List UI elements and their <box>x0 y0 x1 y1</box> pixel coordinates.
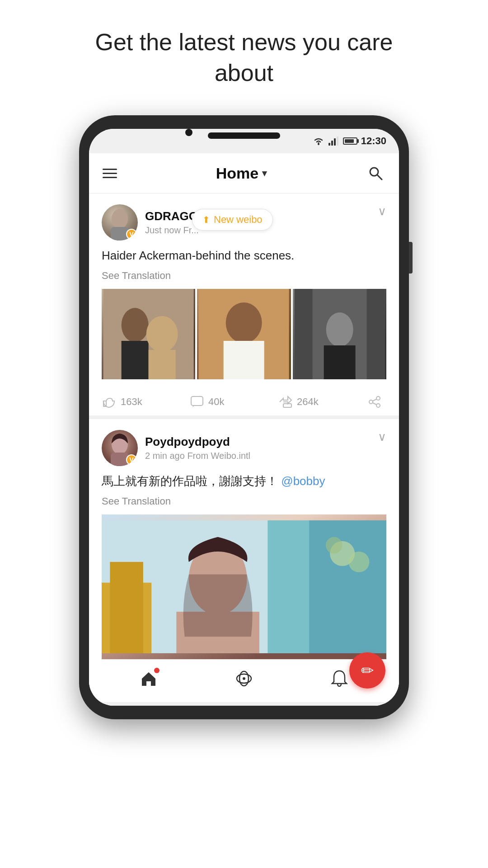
share-button-1[interactable] <box>367 396 386 408</box>
compose-icon: ✏ <box>361 661 374 679</box>
svg-rect-18 <box>294 289 312 379</box>
post-1-image-2[interactable] <box>197 289 291 379</box>
svg-point-39 <box>326 537 343 554</box>
page-headline: Get the latest news you care about <box>63 27 425 88</box>
svg-rect-22 <box>191 396 203 406</box>
repost-button-1[interactable]: 264k <box>279 396 367 408</box>
battery-icon <box>343 137 357 145</box>
svg-point-0 <box>318 143 319 145</box>
status-bar: 12:30 <box>89 129 399 153</box>
post-1-image-3[interactable] <box>293 289 386 379</box>
svg-point-43 <box>243 677 245 680</box>
search-button[interactable] <box>366 163 385 183</box>
like-button-1[interactable]: 163k <box>102 396 190 408</box>
explore-icon <box>234 669 254 689</box>
new-weibo-text: New weibo <box>214 214 263 226</box>
comment-count-1: 40k <box>208 396 224 408</box>
nav-dropdown-arrow: ▾ <box>262 168 267 179</box>
post-1-img1-content <box>102 289 195 379</box>
post-2-user: V Poydpoydpoyd 2 min ago From Weibo.intl <box>102 430 250 466</box>
svg-rect-21 <box>324 345 355 379</box>
svg-rect-35 <box>110 562 143 653</box>
post-1-header: V GDRAGON Just now Fr... ⬆ New weibo <box>102 204 386 241</box>
post-2-image[interactable] <box>102 514 386 659</box>
like-count-1: 163k <box>121 396 142 408</box>
svg-rect-33 <box>309 520 386 653</box>
post-2-meta: 2 min ago From Weibo.intl <box>145 451 250 461</box>
svg-rect-3 <box>334 138 336 146</box>
wifi-icon <box>312 137 325 146</box>
post-2-user-info: Poydpoydpoyd 2 min ago From Weibo.intl <box>145 435 250 461</box>
repost-count-1: 264k <box>297 396 319 408</box>
post-1-user: V GDRAGON Just now Fr... <box>102 204 206 241</box>
search-icon <box>367 165 384 181</box>
post-2-see-translation[interactable]: See Translation <box>102 495 386 507</box>
nav-title-label: Home <box>216 165 258 182</box>
nav-home[interactable] <box>140 670 158 688</box>
feed: V GDRAGON Just now Fr... ⬆ New weibo <box>89 193 399 706</box>
post-1-image-1[interactable] <box>102 289 195 379</box>
post-1-img2-content <box>197 289 291 379</box>
verified-badge-1: V <box>126 229 137 240</box>
post-2-content: 馬上就有新的作品啦，謝謝支持！ @bobby <box>102 472 386 490</box>
post-2-mention[interactable]: @bobby <box>281 474 325 488</box>
post-1-content: Haider Ackerman-behind the scenes. <box>102 247 386 264</box>
post-2-chevron[interactable]: ∨ <box>378 430 386 444</box>
post-1: V GDRAGON Just now Fr... ⬆ New weibo <box>89 193 399 419</box>
menu-button[interactable] <box>103 169 117 178</box>
top-nav: Home ▾ <box>89 153 399 193</box>
svg-line-28 <box>373 403 376 405</box>
comment-button-1[interactable]: 40k <box>190 396 279 408</box>
new-weibo-arrow-icon: ⬆ <box>202 214 210 225</box>
svg-line-6 <box>377 175 382 179</box>
svg-point-25 <box>376 404 380 407</box>
svg-point-26 <box>369 400 373 404</box>
nav-title[interactable]: Home ▾ <box>216 165 267 182</box>
svg-rect-11 <box>122 341 149 379</box>
svg-point-10 <box>122 308 149 342</box>
svg-rect-16 <box>224 341 264 379</box>
svg-rect-19 <box>366 289 385 379</box>
svg-rect-4 <box>337 137 338 146</box>
svg-point-12 <box>146 316 178 352</box>
signal-icon <box>328 137 339 146</box>
post-1-see-translation[interactable]: See Translation <box>102 270 386 282</box>
bottom-nav <box>102 659 386 702</box>
post-2: V Poydpoydpoyd 2 min ago From Weibo.intl… <box>89 419 399 706</box>
post-1-img3-content <box>293 289 386 379</box>
comment-icon <box>190 396 204 408</box>
status-time: 12:30 <box>361 135 386 147</box>
status-icons: 12:30 <box>312 135 386 147</box>
phone-shell: 12:30 Home ▾ <box>79 115 409 719</box>
verified-badge-2: V <box>126 454 137 465</box>
post-2-username: Poydpoydpoyd <box>145 435 250 449</box>
notifications-icon <box>330 669 348 688</box>
svg-rect-1 <box>328 143 330 146</box>
home-notification-dot <box>154 668 160 673</box>
repost-icon <box>279 396 292 408</box>
nav-notifications[interactable] <box>330 669 348 688</box>
post-2-header: V Poydpoydpoyd 2 min ago From Weibo.intl… <box>102 430 386 466</box>
post-1-avatar: V <box>102 204 138 241</box>
share-icon <box>367 396 382 408</box>
compose-fab[interactable]: ✏ <box>349 652 385 689</box>
screen: 12:30 Home ▾ <box>89 129 399 706</box>
post-2-content-text: 馬上就有新的作品啦，謝謝支持！ <box>102 474 278 488</box>
svg-point-15 <box>226 302 262 343</box>
svg-point-24 <box>376 396 380 400</box>
post-1-actions: 163k 40k <box>102 388 386 415</box>
nav-explore[interactable] <box>234 669 254 689</box>
post-1-image-grid <box>102 289 386 379</box>
like-icon <box>102 396 116 408</box>
post-2-image-content <box>102 514 386 659</box>
svg-point-40 <box>348 552 369 572</box>
phone-wrapper: 12:30 Home ▾ <box>79 115 409 719</box>
svg-rect-13 <box>149 350 176 379</box>
post-2-avatar: V <box>102 430 138 466</box>
new-weibo-badge[interactable]: ⬆ New weibo <box>192 209 273 231</box>
side-button <box>409 242 413 274</box>
post-1-chevron[interactable]: ∨ <box>378 204 386 218</box>
svg-point-7 <box>112 209 128 229</box>
svg-line-27 <box>373 399 376 401</box>
svg-point-20 <box>326 312 353 347</box>
